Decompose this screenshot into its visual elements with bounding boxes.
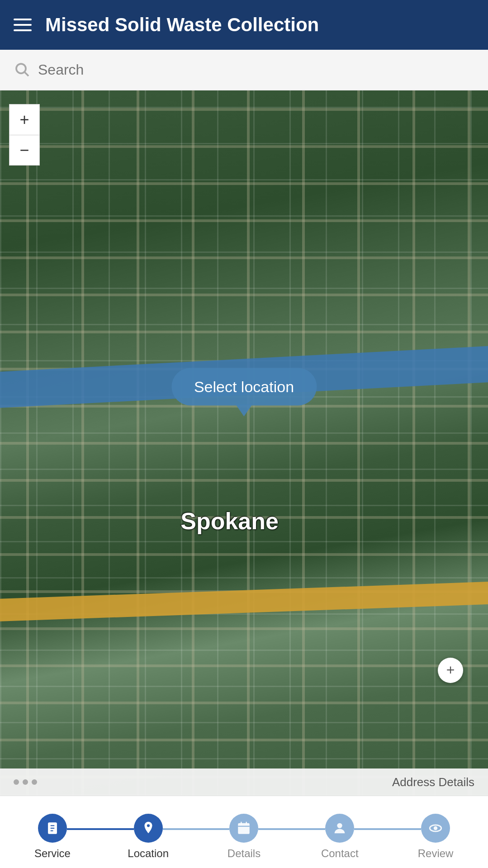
connector-2 — [163, 828, 230, 830]
dot-3 — [32, 779, 37, 785]
search-input[interactable] — [38, 62, 474, 78]
contact-circle — [325, 814, 354, 843]
address-details-label: Address Details — [392, 775, 474, 789]
address-bar: Address Details — [0, 768, 488, 796]
nav-step-location[interactable]: Location — [100, 814, 196, 860]
connector-3 — [258, 828, 325, 830]
location-label: Location — [128, 847, 169, 860]
details-circle — [229, 814, 258, 843]
nav-step-contact[interactable]: Contact — [292, 814, 388, 860]
zoom-out-button[interactable]: − — [9, 135, 40, 166]
menu-button[interactable] — [14, 19, 32, 31]
bottom-navigation: Service Location — [0, 796, 488, 868]
app-header: Missed Solid Waste Collection — [0, 0, 488, 50]
svg-rect-7 — [238, 823, 250, 834]
nav-step-service[interactable]: Service — [5, 814, 100, 860]
nav-step-details[interactable]: Details — [196, 814, 292, 860]
map-zoom-controls: + − — [9, 104, 40, 166]
app-title: Missed Solid Waste Collection — [45, 14, 319, 36]
search-bar — [0, 50, 488, 90]
details-label: Details — [227, 847, 261, 860]
service-circle — [38, 814, 67, 843]
location-circle — [134, 814, 163, 843]
document-icon — [45, 821, 60, 836]
svg-line-1 — [25, 72, 28, 76]
map-blocks — [0, 90, 488, 796]
eye-icon — [428, 821, 443, 836]
nav-steps: Service Location — [0, 805, 488, 860]
svg-point-11 — [337, 823, 342, 828]
review-label: Review — [418, 847, 454, 860]
address-dots — [14, 779, 37, 785]
service-label: Service — [34, 847, 71, 860]
connector-1 — [67, 828, 134, 830]
calendar-icon — [236, 821, 251, 836]
contact-label: Contact — [321, 847, 359, 860]
svg-point-6 — [147, 824, 150, 827]
person-icon — [332, 821, 347, 836]
dot-1 — [14, 779, 19, 785]
nav-step-review[interactable]: Review — [388, 814, 483, 860]
review-circle — [421, 814, 450, 843]
map-add-button[interactable]: + — [438, 658, 463, 683]
dot-2 — [23, 779, 28, 785]
select-location-tooltip[interactable]: Select location — [171, 368, 317, 405]
location-pin-icon — [141, 821, 156, 836]
connector-4 — [354, 828, 421, 830]
svg-point-13 — [434, 826, 438, 830]
zoom-in-button[interactable]: + — [9, 104, 40, 135]
svg-point-0 — [16, 64, 26, 73]
search-icon — [14, 61, 30, 79]
map-container[interactable]: + − Spokane Select location + Address De… — [0, 90, 488, 796]
